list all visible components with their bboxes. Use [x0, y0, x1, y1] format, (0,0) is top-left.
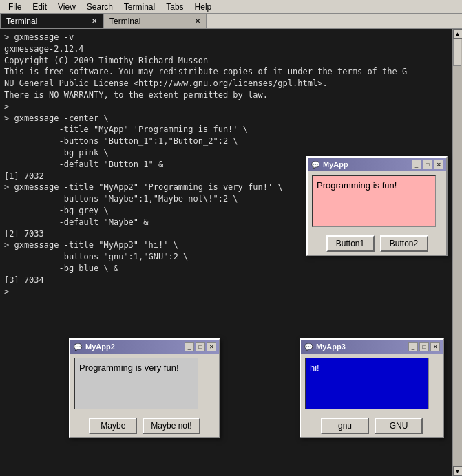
dialog-myapp3-icon: 💬	[304, 342, 313, 351]
dialog-myapp1-titlebar: 💬 MyApp _ □ ✕	[308, 158, 446, 171]
dialog-myapp3-btn2[interactable]: GNU	[375, 418, 423, 434]
terminal-line: NU General Public License <http://www.gn…	[4, 78, 448, 89]
terminal-line: >	[4, 286, 448, 298]
tab-close-2[interactable]: ✕	[195, 17, 200, 25]
dialog-myapp2-btn1[interactable]: Maybe	[89, 418, 137, 434]
scroll-up-button[interactable]: ▲	[453, 29, 463, 39]
menu-help[interactable]: Help	[189, 0, 218, 13]
dialog-myapp2-btn2[interactable]: Maybe not!	[143, 418, 200, 434]
dialog-myapp2-content: Programming is very fun!	[70, 354, 219, 413]
scrollbar-track[interactable]	[453, 39, 462, 466]
terminal-line: -title "MyApp" 'Programming is fun!' \	[4, 124, 448, 136]
tabbar: Terminal ✕ Terminal ✕	[0, 14, 462, 29]
menubar: File Edit View Search Terminal Tabs Help	[0, 0, 462, 14]
terminal-area: > gxmessage -vgxmessage-2.12.4Copyright …	[0, 29, 462, 476]
menu-file[interactable]: File	[3, 0, 27, 13]
dialog-myapp1-btn2[interactable]: Button2	[380, 235, 428, 252]
dialog-myapp3-buttons: gnu GNU	[301, 413, 443, 437]
dialog-myapp3-title: MyApp3	[316, 343, 346, 351]
dialog-myapp1-buttons: Button1 Button2	[308, 231, 446, 255]
dialog-myapp2-message: Programming is very fun!	[74, 358, 198, 409]
dialog-myapp1-btn1[interactable]: Button1	[326, 235, 375, 252]
dialog-myapp2: 💬 MyApp2 _ □ ✕ Programming is very fun! …	[69, 338, 220, 438]
terminal-line: There is NO WARRANTY, to the extent perm…	[4, 89, 448, 101]
dialog-myapp2-title: MyApp2	[85, 343, 115, 351]
dialog-myapp2-icon: 💬	[73, 342, 83, 351]
dialog-myapp3-minimize[interactable]: _	[408, 342, 418, 351]
terminal-line: This is free software. You may redistrib…	[4, 66, 448, 78]
dialog-myapp1-message: Programming is fun!	[312, 175, 436, 227]
menu-tabs[interactable]: Tabs	[160, 0, 189, 13]
terminal-line: >	[4, 101, 448, 113]
terminal-line: -buttons "Button_1":1,"Button_2":2 \	[4, 136, 448, 147]
menu-view[interactable]: View	[52, 0, 81, 13]
menu-search[interactable]: Search	[81, 0, 118, 13]
dialog-myapp3-titlebar: 💬 MyApp3 _ □ ✕	[301, 340, 443, 354]
dialog-myapp1-maximize[interactable]: □	[423, 160, 432, 169]
tab-terminal-2[interactable]: Terminal ✕	[103, 14, 207, 28]
dialog-myapp1-minimize[interactable]: _	[412, 160, 421, 169]
dialog-myapp3-btn1[interactable]: gnu	[321, 418, 369, 434]
dialog-myapp2-titlebar: 💬 MyApp2 _ □ ✕	[70, 340, 219, 354]
dialog-myapp1-content: Programming is fun!	[308, 171, 446, 231]
dialog-myapp1-title: MyApp	[323, 160, 348, 169]
dialog-myapp2-maximize[interactable]: □	[196, 342, 205, 351]
terminal-line: Copyright (C) 2009 Timothy Richard Musso…	[4, 55, 448, 67]
dialog-myapp3-content: hi!	[301, 354, 443, 413]
terminal-line: > gxmessage -center \	[4, 113, 448, 125]
dialog-myapp1-icon: 💬	[311, 160, 320, 169]
dialog-myapp3-close[interactable]: ✕	[430, 342, 440, 351]
tab-terminal-1[interactable]: Terminal ✕	[0, 14, 103, 28]
dialog-myapp2-buttons: Maybe Maybe not!	[70, 413, 219, 437]
dialog-myapp2-close[interactable]: ✕	[207, 342, 216, 351]
terminal-line: > gxmessage -v	[4, 32, 448, 43]
menu-edit[interactable]: Edit	[27, 0, 52, 13]
terminal-container: > gxmessage -vgxmessage-2.12.4Copyright …	[0, 29, 452, 476]
scrollbar: ▲ ▼	[452, 29, 462, 476]
tab-close-1[interactable]: ✕	[92, 17, 97, 25]
terminal-line: -bg blue \ &	[4, 263, 448, 274]
dialog-myapp1: 💬 MyApp _ □ ✕ Programming is fun! Button…	[306, 156, 448, 256]
dialog-myapp3-message: hi!	[305, 358, 429, 409]
dialog-myapp1-close[interactable]: ✕	[434, 160, 443, 169]
menu-terminal[interactable]: Terminal	[118, 0, 160, 13]
terminal-line: gxmessage-2.12.4	[4, 43, 448, 55]
dialog-myapp2-minimize[interactable]: _	[185, 342, 194, 351]
dialog-myapp3-maximize[interactable]: □	[419, 342, 429, 351]
terminal-line: [3] 7034	[4, 274, 448, 286]
dialog-myapp3: 💬 MyApp3 _ □ ✕ hi! gnu GNU	[300, 338, 444, 438]
scroll-down-button[interactable]: ▼	[453, 466, 463, 476]
scrollbar-thumb[interactable]	[453, 39, 461, 66]
